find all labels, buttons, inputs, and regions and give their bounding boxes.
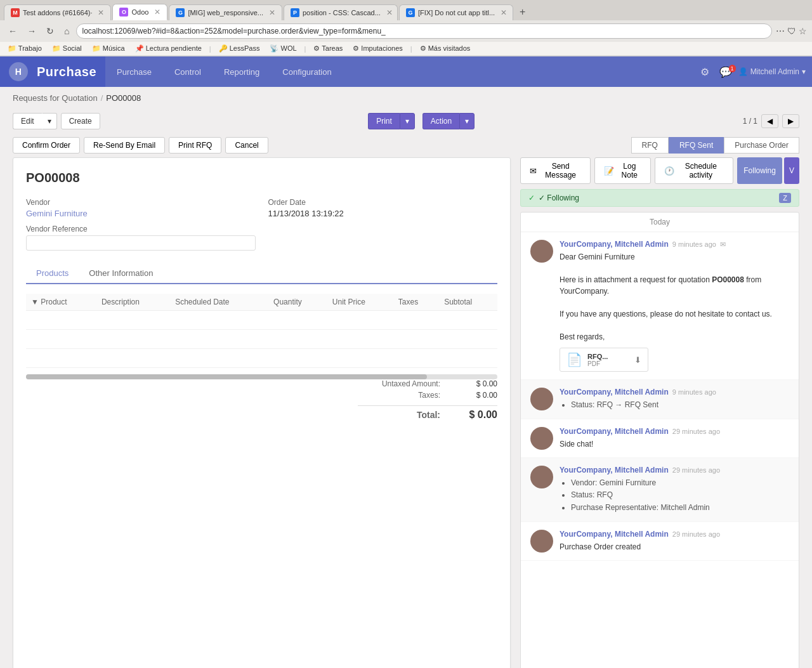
prev-record-button[interactable]: ◀ [761,114,778,128]
col-taxes: Taxes [393,294,439,311]
reload-button[interactable]: ↻ [43,25,57,37]
nav-reporting[interactable]: Reporting [213,56,271,87]
star-icon[interactable]: ☆ [799,26,807,36]
vendor-ref-input[interactable] [26,235,256,251]
z-badge[interactable]: Z [779,193,791,203]
message-4: YourCompany, Mitchell Admin 29 minutes a… [521,458,799,522]
download-icon[interactable]: ⬇ [634,355,641,365]
msg-2-author: YourCompany, Mitchell Admin [560,388,669,396]
tab-5[interactable]: G [FIX] Do not cut app titl... ✕ [399,4,513,20]
print-dropdown[interactable]: ▾ [400,113,415,129]
nav-configuration[interactable]: Configuration [271,56,343,87]
bookmark-musica[interactable]: 📁 Música [89,44,128,53]
bookmark-imputaciones[interactable]: ⚙ Imputaciones [350,44,405,53]
note-icon: 📝 [604,166,614,176]
msg-1-attachment: 📄 RFQ... PDF ⬇ [560,348,648,372]
create-button[interactable]: Create [61,113,100,129]
log-note-label: Log Note [617,162,641,180]
print-rfq-button[interactable]: Print RFQ [169,137,221,154]
follow-v-button[interactable]: V [784,157,799,184]
next-record-button[interactable]: ▶ [782,114,799,128]
bookmark-visitados[interactable]: ⚙ Más visitados [417,44,473,53]
nav-purchase[interactable]: Purchase [105,56,163,87]
nav-reporting-label: Reporting [224,67,259,77]
message-2: YourCompany, Mitchell Admin 9 minutes ag… [521,380,799,419]
status-tab-rfq-sent[interactable]: RFQ Sent [669,137,724,154]
bookmark-lesspass[interactable]: 🔑 LessPass [216,44,263,53]
send-message-button[interactable]: ✉ Send Message [520,157,591,184]
tab-2[interactable]: O Odoo ✕ [112,4,167,20]
edit-group: Edit ▾ [13,113,57,129]
status-tab-purchase-order[interactable]: Purchase Order [724,137,799,154]
main-layout: PO00008 Vendor Gemini Furniture Order Da… [0,157,812,668]
cancel-button[interactable]: Cancel [225,137,268,154]
status-tab-rfq[interactable]: RFQ [631,137,669,154]
form-tabs: Products Other Information [26,263,497,284]
user-menu-btn[interactable]: 👤 Mitchell Admin ▾ [738,67,806,76]
form-tab-other[interactable]: Other Information [79,263,163,284]
tab-bar: M Test addons (#61664)· ✕ O Odoo ✕ G [MI… [0,0,812,20]
edit-dropdown[interactable]: ▾ [42,113,57,129]
bookmark-wol[interactable]: 📡 WOL [267,44,299,53]
forward-button[interactable]: → [24,25,39,37]
action-button[interactable]: Action [422,113,459,129]
tab-4-close[interactable]: ✕ [386,8,393,17]
tab-4[interactable]: P position - CSS: Cascad... ✕ [284,4,398,20]
form-title: PO00008 [26,171,497,185]
log-note-button[interactable]: 📝 Log Note [594,157,651,184]
schedule-activity-button[interactable]: 🕐 Schedule activity [655,157,733,184]
tab-2-favicon: O [119,8,128,16]
action-group: Action ▾ [422,113,475,129]
bookmark-social[interactable]: 📁 Social [49,44,84,53]
msg-2-bullet-1: Status: RFQ → RFQ Sent [571,399,789,411]
following-badge[interactable]: Following [737,157,782,184]
table-empty-row-2 [26,330,497,349]
msg-2-time: 9 minutes ago [672,388,716,396]
tab-3[interactable]: G [MIG] web_responsive... ✕ [169,4,282,20]
sep-2: | [304,45,306,53]
avatar-3 [530,427,553,450]
chat-icon-btn[interactable]: 💬 1 [716,63,736,81]
new-tab-button[interactable]: + [514,4,530,20]
resend-email-button[interactable]: Re-Send By Email [84,137,165,154]
table-empty-row-1 [26,311,497,330]
print-button[interactable]: Print [368,113,400,129]
tab-3-close[interactable]: ✕ [269,8,275,17]
settings-icon-btn[interactable]: ⚙ [697,63,713,81]
msg-2-header: YourCompany, Mitchell Admin 9 minutes ag… [560,388,789,396]
scrollbar-area [26,374,497,379]
action-dropdown[interactable]: ▾ [459,113,475,129]
total-row: Total: $ 0.00 [358,405,497,421]
today-label: Today [521,213,799,232]
schedule-activity-label: Schedule activity [678,162,724,180]
bookmarks-bar: 📁 Trabajo 📁 Social 📁 Música 📌 Lectura pe… [0,42,812,56]
edit-button[interactable]: Edit [13,113,42,129]
form-tab-products[interactable]: Products [26,263,79,284]
tab-5-title: [FIX] Do not cut app titl... [418,9,495,16]
tab-1[interactable]: M Test addons (#61664)· ✕ [4,4,111,20]
breadcrumb-parent[interactable]: Requests for Quotation [13,93,98,103]
tab-2-close[interactable]: ✕ [154,8,160,16]
msg-4-time: 29 minutes ago [672,466,720,474]
confirm-order-button[interactable]: Confirm Order [13,137,80,154]
untaxed-value: $ 0.00 [453,379,497,388]
bookmark-icon[interactable]: ⋯ [776,26,785,36]
header-actions: ⚙ 💬 1 👤 Mitchell Admin ▾ [697,63,812,81]
home-button[interactable]: ⌂ [61,25,72,37]
tab-5-close[interactable]: ✕ [501,8,507,17]
tab-1-close[interactable]: ✕ [98,8,104,17]
breadcrumb: Requests for Quotation / PO00008 [0,87,812,109]
address-input[interactable] [76,23,772,39]
back-button[interactable]: ← [5,25,20,37]
col-sort-arrow[interactable]: ▼ [31,298,39,306]
vendor-value[interactable]: Gemini Furniture [26,209,256,218]
nav-control[interactable]: Control [163,56,213,87]
vendor-ref-field: Vendor Reference [26,225,256,251]
app-logo[interactable]: H Purchase [0,56,105,87]
bookmark-trabajo[interactable]: 📁 Trabajo [5,44,44,53]
bookmark-tareas[interactable]: ⚙ Tareas [311,44,345,53]
bookmark-lectura[interactable]: 📌 Lectura pendiente [133,44,204,53]
message-5: YourCompany, Mitchell Admin 29 minutes a… [521,522,799,561]
scrollbar-thumb[interactable] [26,374,427,379]
col-unit-price: Unit Price [327,294,393,311]
